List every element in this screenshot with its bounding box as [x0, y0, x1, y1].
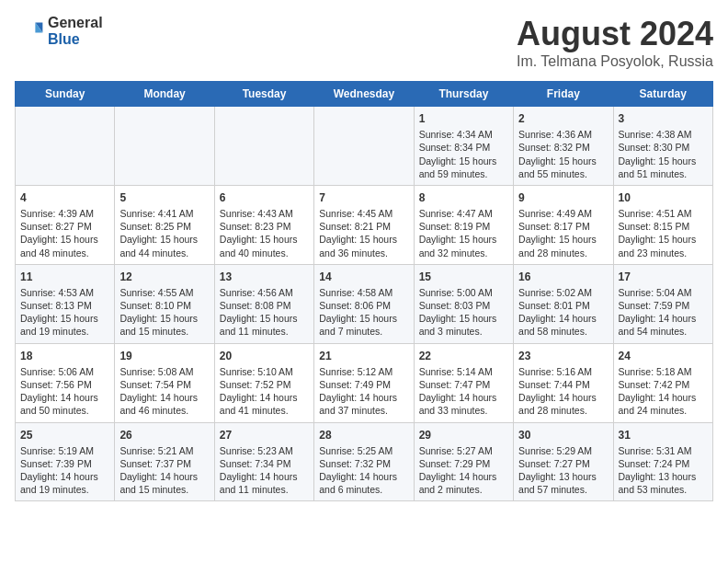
- day-number: 25: [20, 428, 109, 442]
- day-info-line: Daylight: 15 hours: [319, 312, 408, 325]
- day-number: 30: [518, 428, 608, 442]
- day-number: 26: [119, 428, 209, 442]
- day-info-line: Daylight: 14 hours: [518, 391, 608, 404]
- day-info-line: Sunset: 8:03 PM: [419, 299, 508, 312]
- calendar-cell: 27Sunrise: 5:23 AMSunset: 7:34 PMDayligh…: [214, 422, 313, 501]
- week-row-3: 11Sunrise: 4:53 AMSunset: 8:13 PMDayligh…: [16, 264, 713, 343]
- logo-blue-text: Blue: [48, 31, 103, 48]
- calendar-cell: 3Sunrise: 4:38 AMSunset: 8:30 PMDaylight…: [613, 107, 712, 186]
- calendar-cell: 8Sunrise: 4:47 AMSunset: 8:19 PMDaylight…: [414, 185, 513, 264]
- day-info-line: Sunrise: 4:34 AM: [419, 128, 508, 141]
- day-info-line: Sunset: 7:59 PM: [619, 299, 708, 312]
- day-info-line: Sunrise: 5:16 AM: [518, 365, 608, 378]
- day-number: 15: [419, 270, 508, 284]
- day-info-line: and 7 minutes.: [319, 325, 408, 338]
- day-info-line: Daylight: 15 hours: [20, 312, 109, 325]
- day-info-line: Sunrise: 4:55 AM: [119, 286, 209, 299]
- calendar-cell: 21Sunrise: 5:12 AMSunset: 7:49 PMDayligh…: [314, 343, 414, 422]
- day-info-line: Sunset: 8:27 PM: [20, 220, 109, 233]
- day-info-line: and 46 minutes.: [119, 404, 209, 417]
- day-info-line: Sunset: 7:56 PM: [20, 378, 109, 391]
- day-info-line: Sunset: 7:32 PM: [319, 457, 408, 470]
- calendar-cell: 24Sunrise: 5:18 AMSunset: 7:42 PMDayligh…: [613, 343, 712, 422]
- day-number: 3: [619, 111, 708, 126]
- day-number: 19: [119, 349, 209, 363]
- day-info-line: Daylight: 14 hours: [518, 312, 608, 325]
- day-info-line: Daylight: 14 hours: [319, 391, 408, 404]
- day-info-line: Daylight: 14 hours: [20, 470, 109, 483]
- day-info-line: Sunset: 8:34 PM: [419, 141, 508, 154]
- day-number: 29: [419, 428, 508, 442]
- logo-text: General Blue: [48, 15, 103, 47]
- day-info-line: and 48 minutes.: [20, 247, 109, 259]
- day-number: 6: [220, 190, 309, 205]
- column-header-friday: Friday: [514, 82, 613, 107]
- day-info-line: and 28 minutes.: [518, 247, 608, 259]
- day-info-line: Daylight: 13 hours: [518, 470, 608, 483]
- day-info-line: Sunrise: 5:14 AM: [419, 365, 508, 378]
- day-info-line: Sunset: 8:19 PM: [419, 220, 508, 233]
- day-info-line: Daylight: 14 hours: [619, 391, 708, 404]
- day-info-line: and 19 minutes.: [20, 325, 109, 338]
- day-number: 5: [119, 190, 209, 205]
- day-info-line: Sunset: 7:27 PM: [518, 457, 608, 470]
- day-info-line: Sunset: 7:44 PM: [518, 378, 608, 391]
- day-info-line: Sunset: 8:06 PM: [319, 299, 408, 312]
- day-info-line: Sunset: 7:52 PM: [220, 378, 309, 391]
- day-info-line: and 11 minutes.: [220, 483, 309, 496]
- day-number: 1: [419, 111, 508, 126]
- day-number: 12: [119, 270, 209, 284]
- week-row-2: 4Sunrise: 4:39 AMSunset: 8:27 PMDaylight…: [16, 185, 713, 264]
- day-number: 18: [20, 349, 109, 363]
- column-header-wednesday: Wednesday: [314, 82, 414, 107]
- day-info-line: Sunrise: 5:21 AM: [119, 444, 209, 457]
- day-info-line: and 2 minutes.: [419, 483, 508, 496]
- day-info-line: Sunrise: 5:25 AM: [319, 444, 408, 457]
- day-info-line: Sunrise: 4:51 AM: [619, 207, 708, 220]
- day-info-line: Sunset: 8:17 PM: [518, 220, 608, 233]
- calendar-cell: 13Sunrise: 4:56 AMSunset: 8:08 PMDayligh…: [214, 264, 313, 343]
- calendar-cell: 11Sunrise: 4:53 AMSunset: 8:13 PMDayligh…: [16, 264, 115, 343]
- day-number: 9: [518, 190, 608, 205]
- calendar-cell: 12Sunrise: 4:55 AMSunset: 8:10 PMDayligh…: [115, 264, 214, 343]
- calendar-cell: 30Sunrise: 5:29 AMSunset: 7:27 PMDayligh…: [514, 422, 613, 501]
- day-info-line: and 11 minutes.: [220, 325, 309, 338]
- calendar-cell: 7Sunrise: 4:45 AMSunset: 8:21 PMDaylight…: [314, 185, 414, 264]
- day-info-line: Sunset: 7:49 PM: [319, 378, 408, 391]
- calendar-cell: 5Sunrise: 4:41 AMSunset: 8:25 PMDaylight…: [115, 185, 214, 264]
- calendar-cell: 17Sunrise: 5:04 AMSunset: 7:59 PMDayligh…: [613, 264, 712, 343]
- day-info-line: Sunrise: 5:27 AM: [419, 444, 508, 457]
- day-info-line: Daylight: 13 hours: [619, 470, 708, 483]
- day-number: 28: [319, 428, 408, 442]
- column-header-thursday: Thursday: [414, 82, 513, 107]
- day-info-line: Daylight: 15 hours: [518, 233, 608, 246]
- calendar-cell: 25Sunrise: 5:19 AMSunset: 7:39 PMDayligh…: [16, 422, 115, 501]
- calendar-cell: 23Sunrise: 5:16 AMSunset: 7:44 PMDayligh…: [514, 343, 613, 422]
- day-info-line: Sunrise: 5:19 AM: [20, 444, 109, 457]
- day-number: 10: [619, 190, 708, 205]
- calendar-cell: 18Sunrise: 5:06 AMSunset: 7:56 PMDayligh…: [16, 343, 115, 422]
- day-info-line: Sunrise: 5:08 AM: [119, 365, 209, 378]
- day-info-line: Sunset: 7:29 PM: [419, 457, 508, 470]
- page-header: General Blue August 2024 Im. Telmana Pos…: [15, 15, 713, 70]
- day-info-line: Sunset: 7:39 PM: [20, 457, 109, 470]
- day-info-line: Sunrise: 5:12 AM: [319, 365, 408, 378]
- day-info-line: Sunset: 7:34 PM: [220, 457, 309, 470]
- title-block: August 2024 Im. Telmana Posyolok, Russia: [517, 15, 713, 70]
- day-info-line: Sunset: 8:15 PM: [619, 220, 708, 233]
- calendar-cell: [314, 107, 414, 186]
- day-info-line: Sunrise: 5:29 AM: [518, 444, 608, 457]
- day-info-line: Sunrise: 4:58 AM: [319, 286, 408, 299]
- calendar-cell: 26Sunrise: 5:21 AMSunset: 7:37 PMDayligh…: [115, 422, 214, 501]
- day-number: 22: [419, 349, 508, 363]
- day-info-line: Daylight: 15 hours: [220, 233, 309, 246]
- day-number: 20: [220, 349, 309, 363]
- logo: General Blue: [15, 15, 103, 47]
- day-number: 16: [518, 270, 608, 284]
- day-info-line: Daylight: 15 hours: [518, 155, 608, 167]
- calendar-cell: 22Sunrise: 5:14 AMSunset: 7:47 PMDayligh…: [414, 343, 513, 422]
- calendar-cell: 10Sunrise: 4:51 AMSunset: 8:15 PMDayligh…: [613, 185, 712, 264]
- calendar-cell: 6Sunrise: 4:43 AMSunset: 8:23 PMDaylight…: [214, 185, 313, 264]
- logo-general-text: General: [48, 15, 103, 31]
- calendar-cell: 31Sunrise: 5:31 AMSunset: 7:24 PMDayligh…: [613, 422, 712, 501]
